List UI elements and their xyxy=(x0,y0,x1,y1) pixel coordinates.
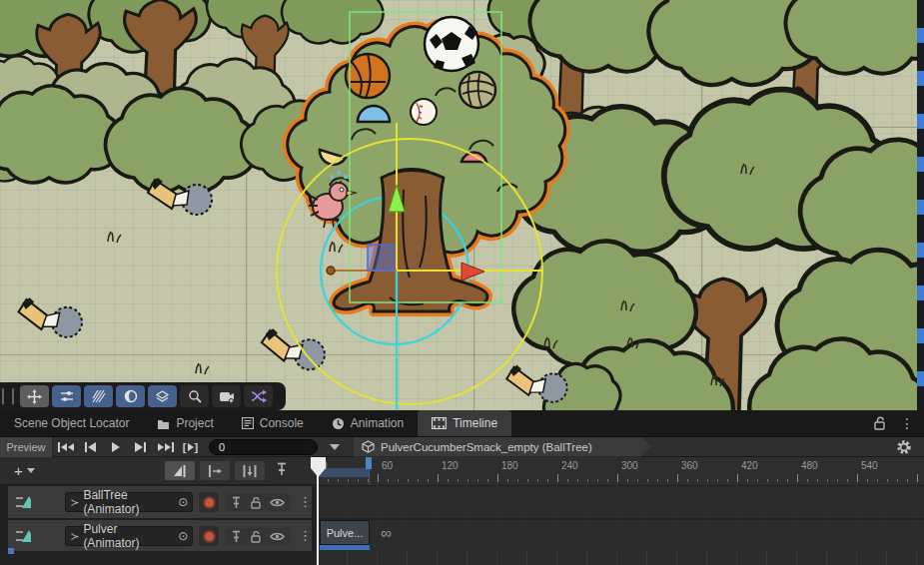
playhead-line xyxy=(317,473,319,565)
pin-icon[interactable] xyxy=(231,530,242,543)
ruler-label: 180 xyxy=(501,460,518,471)
timeline-breadcrumb[interactable]: PulverCucumberSmack_empty (BallTree) xyxy=(354,437,651,457)
ruler-minor-tick xyxy=(477,479,478,482)
ruler-minor-tick xyxy=(428,479,429,482)
next-frame-button[interactable] xyxy=(128,438,153,456)
ruler-major-tick xyxy=(557,474,558,482)
xy-plane-handle-blue[interactable] xyxy=(368,245,394,271)
tab-console[interactable]: Console xyxy=(228,410,318,436)
scene-viewport[interactable] xyxy=(0,0,924,411)
unlock-icon[interactable] xyxy=(873,416,886,430)
timeline-range-band xyxy=(318,468,370,477)
ruler-minor-tick xyxy=(697,479,698,482)
cube-icon xyxy=(362,440,375,453)
ruler-major-tick xyxy=(677,474,678,482)
timeline-transport-bar: Preview [] 0 PulverCucumberSmack_empty (… xyxy=(0,437,924,457)
animator-object-field[interactable]: ≻ Pulver (Animator) ⊙ xyxy=(65,526,193,546)
track-content-balltree[interactable] xyxy=(317,486,924,518)
track-header-balltree[interactable]: ≻ BallTree (Animator) ⊙ ⋮ xyxy=(8,486,312,518)
search-tool-icon[interactable] xyxy=(180,385,209,407)
tab-scene-object-locator[interactable]: Scene Object Locator xyxy=(0,410,143,436)
ruler-minor-tick xyxy=(847,479,848,482)
lock-icon[interactable] xyxy=(250,530,262,543)
replace-mode-button[interactable] xyxy=(235,461,265,480)
ruler-minor-tick xyxy=(887,479,888,482)
ruler-minor-tick xyxy=(467,479,468,482)
ruler-minor-tick xyxy=(418,479,419,482)
mix-mode-button[interactable] xyxy=(165,461,195,480)
skip-start-button[interactable] xyxy=(53,438,78,456)
record-button[interactable] xyxy=(199,526,219,546)
track-label: BallTree (Animator) xyxy=(83,488,174,516)
prev-frame-button[interactable] xyxy=(78,438,103,456)
marker-pin-button[interactable] xyxy=(276,462,288,481)
ruler-major-tick xyxy=(917,474,918,482)
preview-toggle[interactable]: Preview xyxy=(0,437,53,457)
ruler-minor-tick xyxy=(657,479,658,482)
tab-project[interactable]: Project xyxy=(143,410,227,436)
toolbar-drag-handle[interactable] xyxy=(2,388,14,404)
tab-animation[interactable]: Animation xyxy=(318,410,418,436)
hatch-tool-icon[interactable] xyxy=(84,385,113,407)
add-track-button[interactable]: + xyxy=(14,462,35,479)
lock-icon[interactable] xyxy=(250,496,262,509)
ruler-major-tick xyxy=(497,474,498,482)
tab-timeline[interactable]: Timeline xyxy=(418,410,511,436)
eye-icon[interactable] xyxy=(270,531,285,542)
track-header-pulver[interactable]: ≻ Pulver (Animator) ⊙ ⋮ xyxy=(8,520,312,552)
track-accent-remnant xyxy=(8,548,14,554)
shuffle-tool-icon[interactable] xyxy=(244,385,273,407)
object-picker-icon[interactable]: ⊙ xyxy=(178,495,188,509)
tab-bar-right: ⋮ xyxy=(873,410,924,436)
play-button[interactable] xyxy=(103,438,128,456)
ruler-minor-tick xyxy=(777,479,778,482)
layers-tool-icon[interactable] xyxy=(148,385,177,407)
ruler-minor-tick xyxy=(507,479,508,482)
skip-end-button[interactable] xyxy=(153,438,178,456)
frame-number-field[interactable]: 0 xyxy=(209,439,318,455)
move-tool-icon[interactable] xyxy=(20,385,49,407)
x-axis-arrow-red[interactable] xyxy=(462,263,484,281)
eye-icon[interactable] xyxy=(270,497,285,508)
camera-tool-icon[interactable] xyxy=(212,385,241,407)
ruler-label: 300 xyxy=(621,460,638,471)
ruler-minor-tick xyxy=(757,479,758,482)
ruler-label: 480 xyxy=(801,460,818,471)
ruler-minor-tick xyxy=(537,479,538,482)
timeline-range-end-marker[interactable] xyxy=(366,457,372,469)
object-picker-icon[interactable]: ⊙ xyxy=(178,529,188,543)
ruler-label: 120 xyxy=(442,460,459,471)
ruler-label: 360 xyxy=(681,460,698,471)
timeline-bottom-content xyxy=(317,551,924,565)
play-range-button[interactable]: [] xyxy=(178,438,203,456)
tab-label: Timeline xyxy=(453,416,497,430)
ruler-minor-tick xyxy=(897,479,898,482)
kebab-menu-icon[interactable]: ⋮ xyxy=(900,415,914,431)
gizmo-orange-dot[interactable] xyxy=(327,267,335,275)
ruler-minor-tick xyxy=(667,479,668,482)
kebab-icon[interactable]: ⋮ xyxy=(299,497,312,507)
baseball xyxy=(411,99,437,125)
panel-tab-bar: Scene Object Locator Project Console Ani… xyxy=(0,410,924,437)
animation-clip[interactable]: Pulve... xyxy=(320,520,370,545)
sliders-tool-icon[interactable] xyxy=(52,385,81,407)
gear-icon[interactable] xyxy=(896,439,912,455)
kebab-icon[interactable]: ⋮ xyxy=(299,531,312,541)
pin-icon[interactable] xyxy=(231,496,242,509)
tab-label: Animation xyxy=(351,416,404,430)
record-button[interactable] xyxy=(199,492,219,512)
animator-object-field[interactable]: ≻ BallTree (Animator) ⊙ xyxy=(65,492,193,512)
timeline-ruler[interactable]: 060120180240300360420480540 xyxy=(317,457,924,485)
ripple-mode-button[interactable] xyxy=(200,461,230,480)
sphere-tool-icon[interactable] xyxy=(116,385,145,407)
animator-glyph-icon: ≻ xyxy=(70,530,79,543)
frame-field-dropdown-caret[interactable] xyxy=(330,444,340,450)
ruler-minor-tick xyxy=(398,479,399,482)
ruler-minor-tick xyxy=(907,479,908,482)
ruler-minor-tick xyxy=(388,479,389,482)
infinite-clip-icon: ∞ xyxy=(381,524,392,541)
track-content-pulver[interactable] xyxy=(317,520,924,552)
ruler-minor-tick xyxy=(408,479,409,482)
console-icon xyxy=(242,417,254,429)
ruler-major-tick xyxy=(438,474,439,482)
